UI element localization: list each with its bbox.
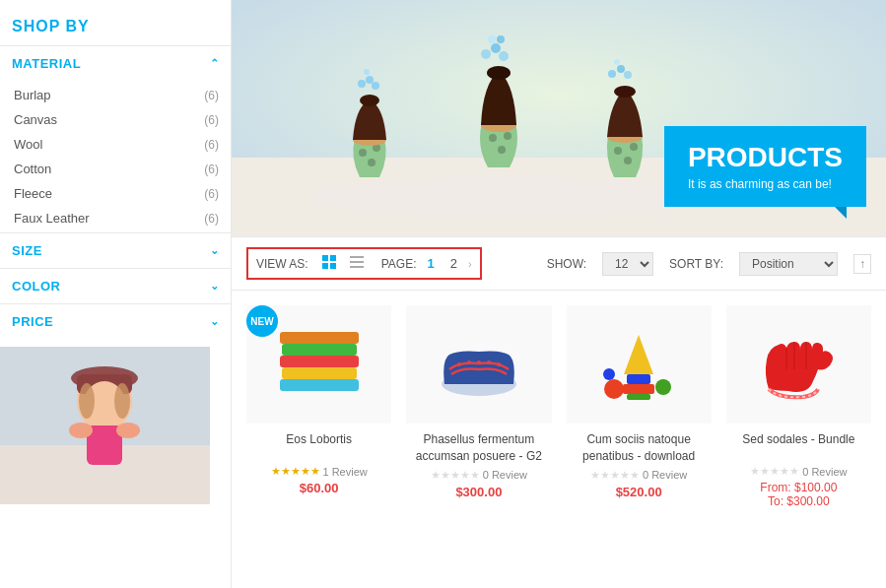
- toolbar-right: SHOW: 12 24 36 SORT BY: Position Name Pr…: [547, 252, 871, 276]
- sortby-label: SORT BY:: [669, 257, 723, 271]
- svg-point-14: [310, 177, 705, 217]
- toolbar-left: VIEW AS: PAGE: 1 2 ›: [246, 247, 482, 280]
- svg-point-66: [655, 379, 671, 395]
- product-card-4: Sed sodales - Bundle ★★★★★ 0 Review From…: [726, 305, 871, 573]
- svg-point-67: [603, 368, 615, 380]
- filter-item-wool[interactable]: Wool (6): [0, 132, 231, 157]
- svg-point-11: [116, 423, 140, 438]
- product-name-4: Sed sodales - Bundle: [742, 431, 854, 461]
- filter-item-label: Wool: [14, 137, 42, 152]
- product-price-range-4: From: $100.00 To: $300.00: [760, 481, 837, 508]
- sort-direction-button[interactable]: ↑: [853, 254, 871, 274]
- svg-rect-54: [280, 332, 359, 344]
- view-as-label: VIEW AS:: [256, 257, 308, 271]
- svg-point-22: [372, 82, 379, 90]
- review-count-2: 0 Review: [483, 469, 527, 481]
- stars-empty: ★★★★★: [590, 469, 640, 482]
- next-page-button[interactable]: ›: [468, 258, 472, 270]
- svg-point-10: [69, 423, 93, 438]
- filter-item-count: (6): [204, 138, 219, 152]
- list-view-button[interactable]: [346, 253, 368, 274]
- svg-point-42: [614, 59, 620, 65]
- product-name-2: Phasellus fermentum accumsan posuere - G…: [406, 431, 551, 465]
- filter-section-material: MATERIAL ⌃ Burlap (6) Canvas (6) Wool (6…: [0, 45, 231, 232]
- svg-point-57: [467, 360, 471, 364]
- filter-item-label: Canvas: [14, 112, 57, 127]
- svg-rect-62: [623, 384, 654, 394]
- page-2-button[interactable]: 2: [445, 255, 462, 272]
- svg-point-25: [498, 146, 506, 154]
- svg-point-36: [630, 143, 638, 151]
- filter-header-price[interactable]: PRICE ⌄: [0, 304, 231, 339]
- product-stars-4: ★★★★★ 0 Review: [750, 465, 847, 478]
- svg-point-21: [366, 76, 374, 84]
- svg-rect-48: [350, 261, 364, 263]
- stars-empty: ★★★★★: [750, 465, 799, 478]
- svg-rect-47: [350, 256, 364, 258]
- review-count-1: 1 Review: [323, 466, 368, 478]
- svg-point-19: [360, 95, 379, 106]
- svg-rect-63: [627, 374, 650, 384]
- product-price-2: $300.00: [455, 485, 502, 499]
- svg-rect-44: [330, 255, 336, 261]
- filter-item-cotton[interactable]: Cotton (6): [0, 157, 231, 181]
- product-name-3: Cum sociis natoque penatibus - download: [567, 431, 712, 465]
- grid-view-button[interactable]: [318, 253, 340, 274]
- promo-image: [0, 347, 210, 504]
- svg-point-15: [359, 149, 367, 157]
- svg-point-16: [368, 159, 375, 166]
- stars-empty: ★★★★★: [431, 469, 480, 482]
- product-name-1: Eos Lobortis: [286, 431, 352, 461]
- svg-point-23: [364, 69, 370, 75]
- toolbar: VIEW AS: PAGE: 1 2 › SHOW: 12 24 36: [232, 236, 886, 291]
- filter-item-fleece[interactable]: Fleece (6): [0, 181, 231, 206]
- filter-header-size[interactable]: SIZE ⌄: [0, 233, 231, 268]
- page-1-button[interactable]: 1: [422, 255, 439, 272]
- product-stars-1: ★★★★★ 1 Review: [271, 465, 368, 478]
- review-count-4: 0 Review: [802, 466, 847, 478]
- filter-item-canvas[interactable]: Canvas (6): [0, 107, 231, 132]
- svg-rect-53: [282, 344, 357, 356]
- product-price-3: $520.00: [616, 485, 662, 499]
- svg-point-34: [614, 147, 622, 155]
- show-select[interactable]: 12 24 36: [602, 252, 653, 276]
- filter-label-material: MATERIAL: [12, 56, 81, 71]
- chevron-up-icon: ⌃: [210, 57, 220, 70]
- svg-point-24: [489, 134, 497, 142]
- filter-header-material[interactable]: MATERIAL ⌃: [0, 46, 231, 81]
- filter-item-count: (6): [204, 113, 219, 127]
- filter-item-count: (6): [204, 89, 219, 102]
- shop-by-title: SHOP BY: [0, 10, 231, 45]
- svg-point-20: [358, 80, 366, 88]
- svg-point-26: [504, 132, 511, 140]
- product-image-4: [726, 305, 871, 424]
- chevron-down-icon: ⌄: [210, 280, 220, 293]
- svg-rect-51: [282, 367, 357, 379]
- svg-point-8: [114, 383, 130, 419]
- svg-point-28: [487, 66, 511, 80]
- svg-point-33: [497, 35, 505, 43]
- show-label: SHOW:: [547, 257, 586, 271]
- filter-item-faux-leather[interactable]: Faux Leather (6): [0, 206, 231, 230]
- filter-section-size: SIZE ⌄: [0, 232, 231, 268]
- svg-point-65: [604, 379, 624, 399]
- svg-rect-46: [330, 263, 336, 269]
- svg-point-59: [487, 360, 491, 364]
- filter-header-color[interactable]: COLOR ⌄: [0, 269, 231, 303]
- filter-item-burlap[interactable]: Burlap (6): [0, 83, 231, 107]
- svg-marker-64: [624, 335, 653, 374]
- svg-point-35: [624, 157, 632, 164]
- filter-label-price: PRICE: [12, 314, 53, 329]
- product-image-2: [406, 305, 551, 424]
- filter-item-label: Fleece: [14, 186, 52, 201]
- filter-section-color: COLOR ⌄: [0, 268, 231, 303]
- banner-title: PRODUCTS: [688, 142, 843, 173]
- svg-point-40: [617, 65, 625, 73]
- sort-select[interactable]: Position Name Price: [739, 252, 838, 276]
- product-stars-3: ★★★★★ 0 Review: [590, 469, 687, 482]
- filter-label-color: COLOR: [12, 279, 60, 294]
- svg-point-29: [481, 49, 491, 59]
- svg-point-30: [491, 43, 501, 53]
- svg-rect-61: [627, 394, 650, 400]
- product-image-3: [567, 305, 712, 424]
